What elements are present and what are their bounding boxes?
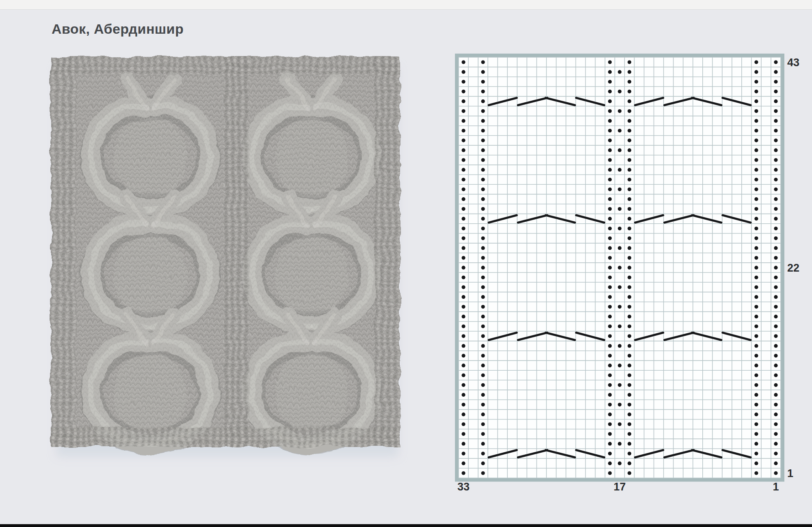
purl-dot bbox=[608, 168, 612, 172]
purl-dot bbox=[754, 364, 758, 367]
swatch-fabric bbox=[51, 57, 400, 447]
purl-dot bbox=[774, 256, 777, 259]
purl-dot bbox=[608, 315, 612, 318]
purl-dot bbox=[628, 207, 631, 211]
purl-dot bbox=[481, 374, 485, 377]
purl-dot bbox=[618, 462, 621, 465]
purl-dot bbox=[461, 246, 465, 250]
purl-dot bbox=[608, 197, 612, 201]
purl-dot bbox=[608, 462, 612, 465]
purl-dot bbox=[628, 413, 631, 416]
purl-dot bbox=[481, 334, 485, 338]
purl-dot bbox=[754, 354, 758, 357]
purl-dot bbox=[481, 393, 485, 397]
purl-dot bbox=[628, 374, 631, 377]
purl-dot bbox=[461, 354, 465, 357]
page-top-strip bbox=[0, 0, 812, 10]
purl-dot bbox=[628, 432, 631, 436]
purl-dot bbox=[461, 168, 465, 172]
purl-dot bbox=[628, 109, 631, 113]
purl-dot bbox=[628, 236, 631, 240]
purl-dot bbox=[481, 442, 485, 445]
purl-dot bbox=[628, 422, 631, 426]
purl-dot bbox=[618, 227, 621, 230]
purl-dot bbox=[774, 129, 777, 132]
purl-dot bbox=[754, 188, 758, 191]
purl-dot bbox=[608, 354, 612, 357]
purl-dot bbox=[608, 236, 612, 240]
purl-dot bbox=[774, 393, 777, 397]
purl-dot bbox=[608, 334, 612, 338]
purl-dot bbox=[628, 471, 631, 475]
purl-dot bbox=[608, 432, 612, 436]
purl-dot bbox=[481, 403, 485, 406]
knitting-chart: 4322133171 bbox=[447, 45, 812, 508]
purl-dot bbox=[774, 422, 777, 426]
purl-dot bbox=[608, 266, 612, 270]
purl-dot bbox=[481, 129, 485, 132]
purl-dot bbox=[481, 188, 485, 191]
purl-dot bbox=[754, 256, 758, 259]
purl-dot bbox=[628, 334, 631, 338]
purl-dot bbox=[618, 148, 621, 152]
purl-dot bbox=[774, 168, 777, 172]
purl-dot bbox=[461, 256, 465, 259]
purl-dot bbox=[754, 227, 758, 230]
purl-dot bbox=[461, 109, 465, 113]
purl-dot bbox=[461, 334, 465, 338]
purl-dot bbox=[618, 109, 621, 113]
purl-dot bbox=[618, 324, 621, 328]
purl-dot bbox=[481, 60, 485, 64]
purl-dot bbox=[461, 374, 465, 377]
purl-dot bbox=[774, 276, 777, 279]
purl-dot bbox=[774, 403, 777, 406]
purl-dot bbox=[754, 315, 758, 318]
purl-dot bbox=[618, 442, 621, 445]
purl-dot bbox=[481, 432, 485, 436]
purl-dot bbox=[628, 168, 631, 172]
purl-dot bbox=[774, 383, 777, 387]
purl-dot bbox=[754, 246, 758, 250]
purl-dot bbox=[754, 413, 758, 416]
swatch-photo-graphic bbox=[43, 51, 408, 473]
purl-dot bbox=[754, 99, 758, 103]
purl-dot bbox=[754, 383, 758, 387]
purl-dot bbox=[774, 80, 777, 84]
purl-dot bbox=[608, 158, 612, 162]
purl-dot bbox=[481, 217, 485, 220]
purl-dot bbox=[754, 442, 758, 445]
purl-dot bbox=[754, 422, 758, 426]
purl-dot bbox=[754, 60, 758, 64]
purl-dot bbox=[618, 403, 621, 406]
purl-dot bbox=[774, 217, 777, 220]
purl-dot bbox=[461, 158, 465, 162]
purl-dot bbox=[754, 285, 758, 289]
purl-dot bbox=[608, 148, 612, 152]
purl-dot bbox=[608, 324, 612, 328]
purl-dot bbox=[618, 207, 621, 211]
purl-dot bbox=[774, 334, 777, 338]
purl-dot bbox=[754, 138, 758, 142]
purl-dot bbox=[774, 227, 777, 230]
purl-dot bbox=[461, 148, 465, 152]
purl-dot bbox=[774, 266, 777, 270]
purl-dot bbox=[774, 188, 777, 191]
purl-dot bbox=[774, 315, 777, 318]
purl-dot bbox=[774, 197, 777, 201]
purl-dot bbox=[618, 246, 621, 250]
stitch-label-1: 1 bbox=[773, 481, 779, 493]
purl-dot bbox=[618, 305, 621, 309]
purl-dot bbox=[754, 168, 758, 172]
purl-dot bbox=[461, 432, 465, 436]
purl-dot bbox=[608, 246, 612, 250]
purl-dot bbox=[461, 227, 465, 230]
book-page: Авок, Абердиншир bbox=[0, 0, 812, 527]
purl-dot bbox=[754, 129, 758, 132]
purl-dot bbox=[754, 266, 758, 270]
purl-dot bbox=[754, 462, 758, 465]
purl-dot bbox=[481, 138, 485, 142]
purl-dot bbox=[481, 315, 485, 318]
purl-dot bbox=[608, 295, 612, 299]
purl-dot bbox=[461, 471, 465, 475]
purl-dot bbox=[754, 148, 758, 152]
